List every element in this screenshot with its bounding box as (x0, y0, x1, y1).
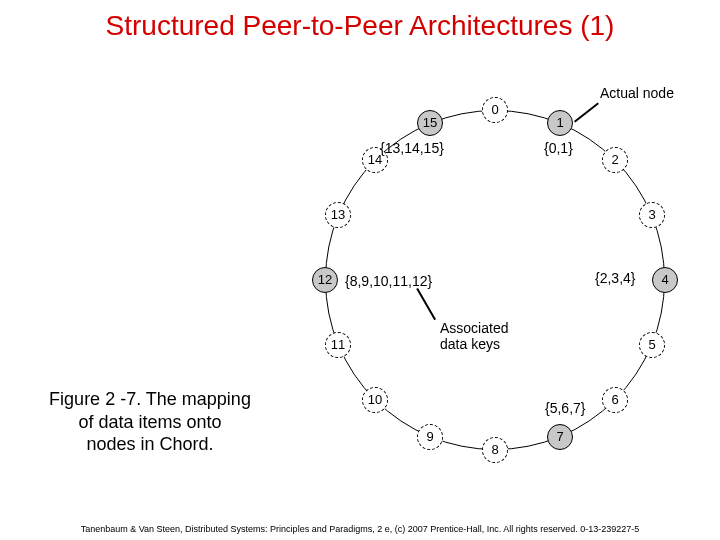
slide-title: Structured Peer-to-Peer Architectures (1… (0, 10, 720, 42)
keys-node-1: {0,1} (544, 140, 573, 156)
node-10: 10 (362, 387, 388, 413)
keys-node-7: {5,6,7} (545, 400, 586, 416)
node-12: 12 (312, 267, 338, 293)
copyright-footer: Tanenbaum & Van Steen, Distributed Syste… (0, 524, 720, 534)
node-5: 5 (639, 332, 665, 358)
caption-line: Figure 2 -7. The mapping (49, 389, 251, 409)
node-15: 15 (417, 110, 443, 136)
node-4: 4 (652, 267, 678, 293)
pointer-line (574, 103, 599, 123)
keys-node-15: {13,14,15} (380, 140, 444, 156)
figure-caption: Figure 2 -7. The mapping of data items o… (20, 388, 280, 456)
keys-node-12: {8,9,10,11,12} (345, 273, 432, 289)
node-9: 9 (417, 424, 443, 450)
node-1: 1 (547, 110, 573, 136)
node-6: 6 (602, 387, 628, 413)
annot-keys: Associated data keys (440, 320, 508, 352)
keys-node-4: {2,3,4} (595, 270, 636, 286)
caption-line: nodes in Chord. (86, 434, 213, 454)
node-8: 8 (482, 437, 508, 463)
chord-ring-diagram: 0 1 2 3 4 5 6 7 8 9 10 11 12 13 14 15 {0… (290, 75, 700, 510)
node-7: 7 (547, 424, 573, 450)
annot-keys-l2: data keys (440, 336, 500, 352)
node-11: 11 (325, 332, 351, 358)
node-3: 3 (639, 202, 665, 228)
caption-line: of data items onto (78, 412, 221, 432)
node-2: 2 (602, 147, 628, 173)
node-13: 13 (325, 202, 351, 228)
node-0: 0 (482, 97, 508, 123)
annot-keys-l1: Associated (440, 320, 508, 336)
annot-actual-node: Actual node (600, 85, 674, 101)
